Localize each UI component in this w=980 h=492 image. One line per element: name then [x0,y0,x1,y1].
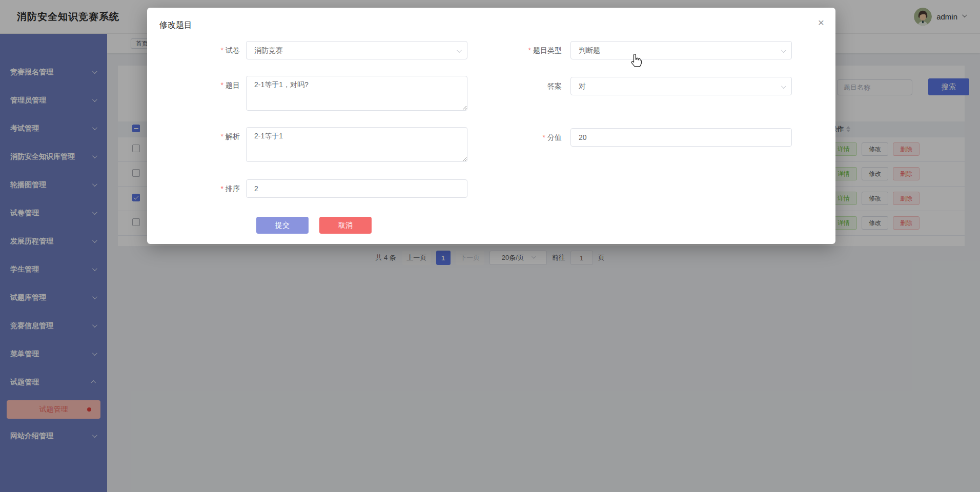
chevron-down-icon [781,48,786,53]
sort-input[interactable] [246,179,467,198]
answer-select[interactable]: 对 [570,77,792,95]
cancel-button[interactable]: 取消 [319,217,372,234]
paper-select-value: 消防竞赛 [254,46,283,54]
qtype-select[interactable]: 判断题 [570,41,792,59]
qtype-select-value: 判断题 [579,46,600,54]
edit-question-modal: 修改题目 × *试卷 消防竞赛 *题目类型 判断题 *题目 2-1等于1，对吗?… [147,8,835,244]
sort-label: *排序 [154,179,246,198]
paper-select[interactable]: 消防竞赛 [246,41,467,59]
close-icon[interactable]: × [818,17,824,28]
paper-label: *试卷 [154,41,246,59]
submit-button[interactable]: 提交 [256,217,309,234]
question-textarea[interactable]: 2-1等于1，对吗? [246,76,467,111]
chevron-down-icon [781,84,786,89]
analysis-textarea[interactable]: 2-1等于1 [246,127,467,162]
analysis-label: *解析 [154,127,246,146]
score-input[interactable] [570,128,792,147]
chevron-down-icon [457,48,462,53]
score-label: *分值 [476,128,568,147]
modal-title: 修改题目 [159,20,192,31]
qtype-label: *题目类型 [476,41,568,59]
answer-label: 答案 [476,77,568,95]
answer-select-value: 对 [579,82,586,90]
question-label: *题目 [154,76,246,94]
